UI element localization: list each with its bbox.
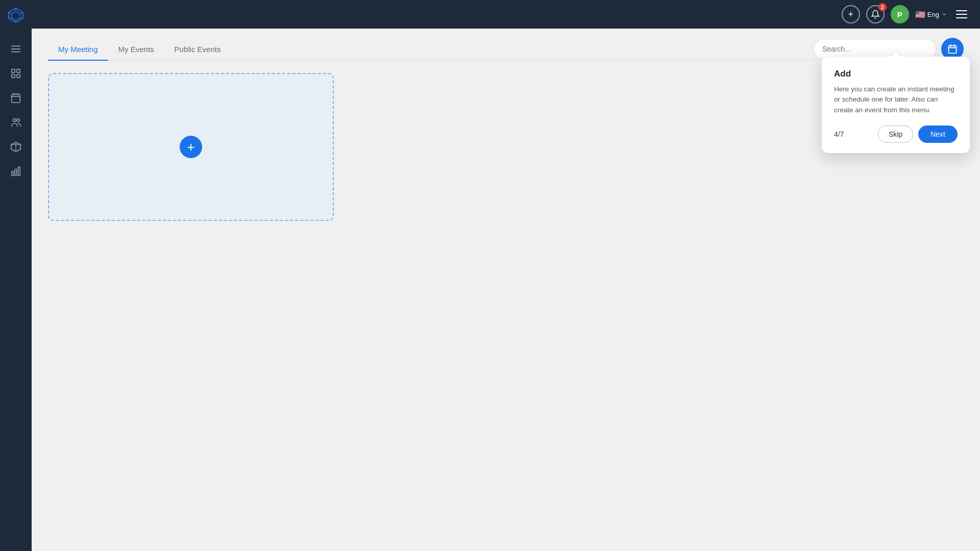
tooltip-arrow xyxy=(890,51,902,58)
logo xyxy=(7,6,25,27)
lang-label: Eng xyxy=(927,11,939,18)
svg-line-4 xyxy=(20,18,23,18)
tooltip-actions: Skip Next xyxy=(878,126,958,143)
tab-my-events[interactable]: My Events xyxy=(108,41,164,61)
add-button[interactable]: + xyxy=(842,5,860,23)
notification-badge: 2 xyxy=(878,3,887,11)
skip-button[interactable]: Skip xyxy=(878,126,913,143)
svg-rect-12 xyxy=(17,69,20,72)
svg-marker-1 xyxy=(12,11,20,20)
language-selector[interactable]: 🇺🇸 Eng xyxy=(915,10,947,19)
sidebar-item-analytics[interactable] xyxy=(6,161,26,182)
tooltip-step: 4/7 xyxy=(834,130,844,138)
hamburger-line-3 xyxy=(956,17,967,18)
svg-line-6 xyxy=(9,18,12,18)
sidebar-item-dashboard[interactable] xyxy=(6,63,26,84)
tab-my-meeting[interactable]: My Meeting xyxy=(48,41,108,61)
tooltip-footer: 4/7 Skip Next xyxy=(834,126,958,143)
empty-meeting-area: + xyxy=(48,73,334,221)
tab-public-events[interactable]: Public Events xyxy=(164,41,231,61)
sidebar xyxy=(0,0,32,551)
add-meeting-button[interactable]: + xyxy=(180,136,202,158)
next-button[interactable]: Next xyxy=(918,126,958,143)
svg-point-19 xyxy=(13,119,16,122)
main-area: + 2 P 🇺🇸 Eng My Meeting My Events Public… xyxy=(32,0,980,551)
topbar: + 2 P 🇺🇸 Eng xyxy=(32,0,980,29)
svg-point-20 xyxy=(17,119,20,122)
avatar-button[interactable]: P xyxy=(891,5,909,23)
svg-rect-25 xyxy=(18,167,20,176)
svg-rect-11 xyxy=(12,69,15,72)
sidebar-item-people[interactable] xyxy=(6,112,26,133)
tooltip-popup: Add Here you can create an instant meeti… xyxy=(822,57,970,153)
hamburger-line-2 xyxy=(956,14,967,15)
svg-rect-13 xyxy=(12,74,15,78)
sidebar-item-calendar[interactable] xyxy=(6,88,26,108)
tooltip-body: Here you can create an instant meeting o… xyxy=(834,84,958,115)
svg-rect-24 xyxy=(15,169,17,176)
hamburger-line-1 xyxy=(956,10,967,11)
search-input[interactable] xyxy=(814,39,936,59)
notification-wrapper: 2 xyxy=(866,5,885,23)
sidebar-item-cube[interactable] xyxy=(6,137,26,157)
svg-rect-23 xyxy=(12,171,14,176)
svg-rect-15 xyxy=(12,94,20,103)
svg-rect-26 xyxy=(949,45,957,53)
content-area: My Meeting My Events Public Events + Add… xyxy=(32,29,980,551)
flag-icon: 🇺🇸 xyxy=(915,10,925,19)
svg-rect-14 xyxy=(17,74,20,78)
sidebar-item-menu[interactable] xyxy=(6,39,26,59)
hamburger-menu-button[interactable] xyxy=(953,6,970,22)
tooltip-title: Add xyxy=(834,69,958,79)
